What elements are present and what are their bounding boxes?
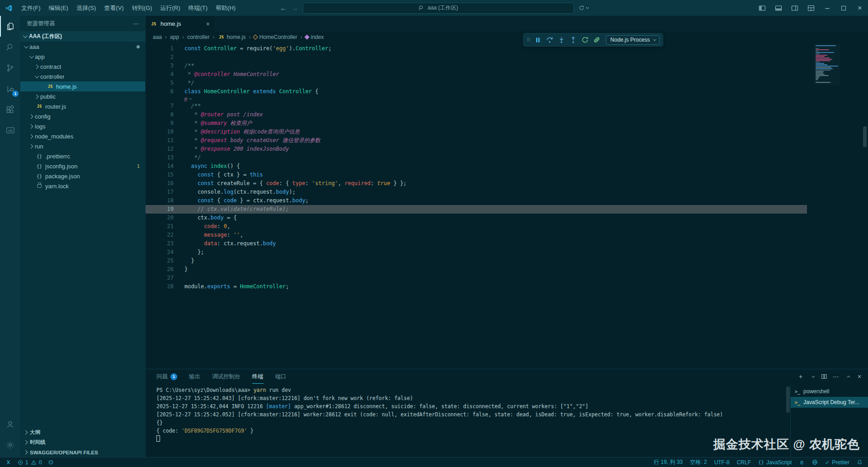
minimize-window-icon[interactable]: –: [819, 0, 835, 16]
tree-item-aaa[interactable]: aaa: [20, 42, 145, 52]
notifications-bell-icon[interactable]: [857, 459, 863, 465]
panel-tab-问题[interactable]: 问题1: [156, 369, 177, 384]
code-line-18[interactable]: 18 const { code } = ctx.request.body;: [146, 196, 807, 205]
tree-item-run[interactable]: run: [20, 141, 145, 151]
breadcrumb-aaa[interactable]: aaa: [153, 34, 162, 40]
pause-icon[interactable]: [533, 35, 543, 45]
tree-item-home.js[interactable]: JShome.js: [20, 81, 145, 91]
code-line-26[interactable]: 26}: [146, 265, 807, 274]
overview-ruler[interactable]: [862, 43, 868, 369]
code-line-7[interactable]: 7 /**: [146, 102, 807, 110]
refresh-dropdown-icon[interactable]: [579, 5, 588, 11]
menu-编辑(E)[interactable]: 编辑(E): [45, 0, 72, 16]
formatter-status[interactable]: ✓ Prettier: [825, 459, 849, 466]
tree-item-controller[interactable]: controller: [20, 71, 145, 81]
activity-openapi-icon[interactable]: API: [0, 120, 20, 141]
code-line-23[interactable]: 23 data: ctx.request.body: [146, 239, 807, 248]
toggle-secondary-sidebar-icon[interactable]: [787, 0, 803, 16]
terminal-list-item-powershell[interactable]: >_powershell: [791, 386, 868, 397]
code-line-4[interactable]: 4 * @controller HomeController: [146, 70, 807, 79]
code-line-8[interactable]: 8 * @router post /index: [146, 110, 807, 119]
customize-layout-icon[interactable]: [803, 0, 819, 16]
close-window-icon[interactable]: ×: [852, 0, 868, 16]
disconnect-icon[interactable]: [591, 35, 602, 45]
menu-转到(G)[interactable]: 转到(G): [128, 0, 156, 16]
code-line-25[interactable]: 25 }: [146, 257, 807, 265]
tree-item-.prettierrc[interactable]: {}.prettierrc: [20, 151, 145, 161]
code-line-19[interactable]: 19 // ctx.validate(createRule);: [146, 205, 807, 214]
terminal-profile-dropdown-icon[interactable]: [809, 376, 816, 378]
code-line-16[interactable]: 16 const createRule = { code: { type: 's…: [146, 179, 807, 188]
panel-tab-输出[interactable]: 输出: [189, 369, 200, 384]
tree-item-jsconfig.json[interactable]: {}jsconfig.json1: [20, 161, 145, 171]
activity-extensions-icon[interactable]: [0, 99, 20, 120]
language-mode[interactable]: {} JavaScript: [758, 459, 792, 466]
menu-帮助(H)[interactable]: 帮助(H): [212, 0, 240, 16]
code-editor[interactable]: 1const Controller = require('egg').Contr…: [146, 43, 868, 369]
code-line-24[interactable]: 24 };: [146, 248, 807, 257]
code-line-12[interactable]: 12 * @response 200 indexJsonBody: [146, 145, 807, 153]
breadcrumb-HomeController[interactable]: HomeController: [254, 34, 297, 40]
code-line-9[interactable]: 9 * @summary 检查用户: [146, 119, 807, 128]
restart-icon[interactable]: [580, 35, 590, 45]
encoding-status[interactable]: UTF-8: [714, 459, 730, 466]
account-icon[interactable]: [0, 414, 20, 434]
indentation-status[interactable]: 空格: 2: [690, 458, 707, 466]
code-line-21[interactable]: 21 code: 0,: [146, 222, 807, 231]
breadcrumb-app[interactable]: app: [170, 34, 179, 40]
sidebar-more-actions-icon[interactable]: ⋯: [133, 20, 139, 27]
minimap[interactable]: [814, 44, 840, 85]
code-line-2[interactable]: 2: [146, 53, 807, 62]
activity-debug-icon[interactable]: 1: [0, 78, 20, 99]
code-line-15[interactable]: 15 const { ctx } = this: [146, 171, 807, 179]
tree-item-yarn.lock[interactable]: yarn.lock: [20, 181, 145, 191]
tree-item-config[interactable]: config: [20, 111, 145, 121]
menu-终端(T)[interactable]: 终端(T): [184, 0, 212, 16]
command-center-search[interactable]: aaa (工作区): [303, 3, 574, 14]
terminal-scrollbar-thumb[interactable]: [786, 386, 790, 413]
tab-close-icon[interactable]: ×: [206, 20, 210, 28]
code-line-14[interactable]: 14 async index() {: [146, 162, 807, 171]
step-over-icon[interactable]: [544, 35, 555, 45]
code-line-17[interactable]: 17 console.log(ctx.request.body);: [146, 188, 807, 196]
nav-back-icon[interactable]: ←: [280, 4, 287, 12]
code-line-27[interactable]: 27: [146, 274, 807, 282]
code-line-10[interactable]: 10 * @description 根据code查询用户信息: [146, 128, 807, 136]
tree-item-package.json[interactable]: {}package.json: [20, 171, 145, 181]
close-panel-icon[interactable]: ×: [856, 373, 863, 380]
debug-session-select[interactable]: Node.js Process: [606, 35, 660, 45]
tree-item-router.js[interactable]: JSrouter.js: [20, 101, 145, 111]
terminal-output[interactable]: PS C:\Users\syz\Downloads\aaa> yarn run …: [146, 384, 786, 457]
ports-plug-icon[interactable]: [799, 459, 805, 465]
code-line-13[interactable]: 13 */: [146, 153, 807, 162]
tree-item-node_modules[interactable]: node_modules: [20, 131, 145, 141]
activity-source-control-icon[interactable]: [0, 57, 20, 78]
scrollbar-thumb[interactable]: [863, 126, 867, 147]
code-line-11[interactable]: 11 * @request body createUser 微信登录的参数: [146, 136, 807, 145]
tree-item-contract[interactable]: contract: [20, 62, 145, 71]
annotation-icon[interactable]: @: [184, 97, 187, 101]
tree-item-logs[interactable]: logs: [20, 121, 145, 131]
toggle-primary-sidebar-icon[interactable]: [754, 0, 770, 16]
panel-tab-终端[interactable]: 终端: [252, 369, 264, 384]
panel-tab-端口[interactable]: 端口: [275, 369, 287, 384]
toggle-panel-icon[interactable]: [770, 0, 787, 16]
nav-forward-icon[interactable]: →: [292, 4, 298, 12]
sidebar-section-SWAGGER/OPENAPI FILES[interactable]: SWAGGER/OPENAPI FILES: [20, 447, 145, 457]
code-line-22[interactable]: 22 message: '',: [146, 231, 807, 239]
tree-item-public[interactable]: public: [20, 91, 145, 101]
maximize-panel-icon[interactable]: [844, 376, 851, 378]
menu-查看(V)[interactable]: 查看(V): [100, 0, 127, 16]
sync-status-icon[interactable]: [48, 459, 54, 465]
tree-item-app[interactable]: app: [20, 52, 145, 62]
breadcrumb-index[interactable]: index: [305, 34, 324, 40]
activity-explorer-icon[interactable]: [0, 16, 20, 37]
tab-home-js[interactable]: JS home.js ×: [146, 16, 214, 32]
go-live-globe-icon[interactable]: [812, 459, 818, 465]
remote-indicator-icon[interactable]: [5, 459, 11, 465]
step-into-icon[interactable]: [556, 35, 566, 45]
breadcrumb-home.js[interactable]: JShome.js: [217, 34, 245, 40]
split-terminal-icon[interactable]: [821, 373, 827, 380]
breadcrumb-controller[interactable]: controller: [187, 34, 209, 40]
eol-status[interactable]: CRLF: [737, 459, 751, 466]
